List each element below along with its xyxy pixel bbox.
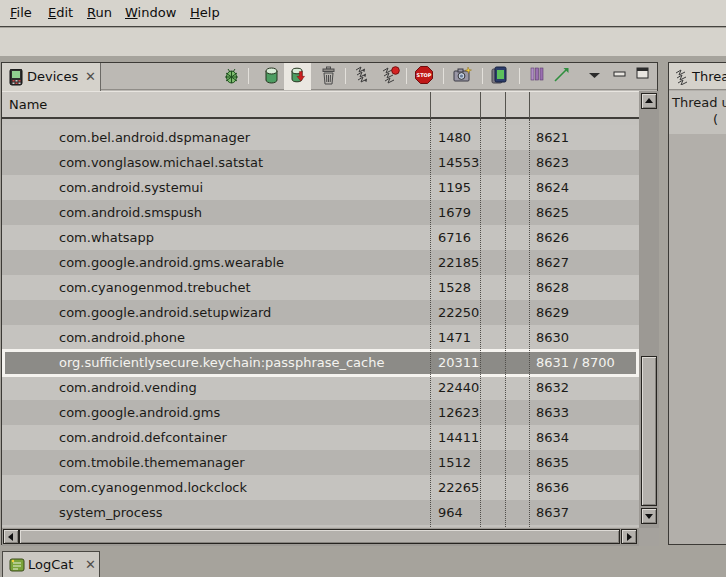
table-row[interactable]: com.android.phone14718630 — [2, 325, 639, 350]
frame-capture-icon[interactable] — [491, 66, 511, 86]
threads-tab-label: Threads — [692, 63, 726, 90]
process-pid: 22250 — [438, 300, 479, 325]
process-name: com.cyanogenmod.trebuchet — [59, 275, 251, 300]
threads-message-area: Thread up ( — [669, 91, 726, 134]
table-row[interactable]: com.google.android.setupwizard222508629 — [2, 300, 639, 325]
process-port: 8635 — [536, 450, 569, 475]
process-name: org.sufficientlysecure.keychain:passphra… — [59, 352, 384, 374]
column-gridline — [480, 119, 481, 527]
table-row[interactable]: com.cyanogenmod.lockclock222658636 — [2, 475, 639, 500]
device-phone-icon — [9, 69, 23, 86]
toolbar-separator — [345, 68, 346, 84]
process-port: 8631 / 8700 — [536, 352, 615, 374]
process-name: com.cyanogenmod.lockclock — [59, 475, 247, 500]
table-row[interactable]: com.android.systemui11958624 — [2, 175, 639, 200]
process-name: system_process — [59, 500, 162, 525]
stop-process-icon[interactable]: STOP — [415, 66, 435, 86]
threads-message-line1: Thread up — [672, 95, 726, 110]
column-divider[interactable] — [480, 92, 481, 118]
process-port: 8629 — [536, 300, 569, 325]
update-threads-icon[interactable] — [354, 66, 374, 86]
process-name: com.google.android.setupwizard — [59, 300, 271, 325]
logcat-icon — [9, 557, 26, 573]
menu-run[interactable]: Run — [87, 0, 112, 26]
method-profiling-icon[interactable] — [553, 66, 573, 86]
table-row[interactable]: com.vonglasow.michael.satstat145538623 — [2, 150, 639, 175]
refresh-threads-icon[interactable] — [381, 66, 401, 86]
column-header-name[interactable]: Name — [9, 92, 47, 118]
maximize-icon[interactable] — [636, 67, 656, 87]
horizontal-scrollbar[interactable] — [2, 528, 639, 546]
main-toolbar — [0, 28, 726, 56]
scroll-down-button[interactable] — [641, 508, 657, 524]
table-row[interactable]: com.tmobile.thememanager15128635 — [2, 450, 639, 475]
process-name: com.bel.android.dspmanager — [59, 125, 250, 150]
column-divider[interactable] — [529, 92, 530, 118]
process-pid: 22265 — [438, 475, 479, 500]
tab-devices[interactable]: Devices ✕ — [2, 63, 101, 91]
menu-window[interactable]: Window — [125, 0, 176, 26]
view-menu-icon[interactable] — [588, 72, 608, 92]
table-header[interactable]: Name — [2, 91, 639, 119]
table-row[interactable]: com.android.vending224408632 — [2, 375, 639, 400]
menu-file[interactable]: File — [10, 0, 32, 26]
devices-tab-label: Devices — [27, 63, 78, 90]
process-pid: 6716 — [438, 225, 471, 250]
table-row[interactable]: com.cyanogenmod.trebuchet15288628 — [2, 275, 639, 300]
process-name: com.whatsapp — [59, 225, 154, 250]
dump-hprof-icon[interactable] — [289, 66, 309, 86]
column-divider[interactable] — [505, 92, 506, 118]
table-row-selected[interactable]: org.sufficientlysecure.keychain:passphra… — [2, 349, 639, 377]
menu-help[interactable]: Help — [190, 0, 220, 26]
cause-gc-icon[interactable] — [320, 66, 340, 86]
process-pid: 20311 — [438, 352, 479, 374]
process-pid: 964 — [438, 500, 463, 525]
scroll-right-button[interactable] — [621, 529, 637, 544]
process-pid: 12623 — [438, 400, 479, 425]
table-row[interactable]: com.google.android.gms126238633 — [2, 400, 639, 425]
table-row[interactable]: com.whatsapp67168626 — [2, 225, 639, 250]
process-pid: 22185 — [438, 250, 479, 275]
minimize-icon[interactable] — [613, 68, 633, 88]
toolbar-separator — [248, 68, 249, 84]
close-icon[interactable]: ✕ — [83, 558, 98, 572]
column-gridline — [505, 119, 506, 527]
process-port: 8625 — [536, 200, 569, 225]
process-pid: 1512 — [438, 450, 471, 475]
table-row[interactable]: system_process9648637 — [2, 500, 639, 525]
scroll-up-button[interactable] — [641, 93, 657, 109]
allocation-tracker-icon[interactable] — [530, 66, 550, 86]
vertical-scrollbar[interactable] — [639, 91, 659, 528]
menu-edit[interactable]: Edit — [48, 0, 73, 26]
threads-tab-row: Threads — [669, 63, 726, 90]
debug-attach-icon[interactable] — [222, 66, 242, 86]
update-heap-icon[interactable] — [263, 66, 283, 86]
column-gridline — [529, 119, 530, 527]
process-name: com.android.phone — [59, 325, 185, 350]
process-name: com.android.vending — [59, 375, 197, 400]
device-table-body: com.bel.android.dspmanager14808621com.vo… — [2, 119, 639, 527]
process-port: 8627 — [536, 250, 569, 275]
process-name: com.vonglasow.michael.satstat — [59, 150, 263, 175]
screen-capture-icon[interactable] — [453, 66, 473, 86]
scroll-left-button[interactable] — [3, 529, 19, 544]
close-icon[interactable]: ✕ — [83, 70, 98, 84]
process-name: com.google.android.gms.wearable — [59, 250, 284, 275]
devices-panel: Devices ✕ — [1, 62, 658, 545]
process-port: 8630 — [536, 325, 569, 350]
svg-text:STOP: STOP — [417, 72, 432, 78]
table-row[interactable]: com.android.defcontainer144118634 — [2, 425, 639, 450]
process-name: com.tmobile.thememanager — [59, 450, 245, 475]
toolbar-separator — [519, 68, 520, 84]
table-row[interactable]: com.google.android.gms.wearable221858627 — [2, 250, 639, 275]
vertical-scroll-thumb[interactable] — [641, 356, 657, 506]
process-name: com.google.android.gms — [59, 400, 220, 425]
process-port: 8632 — [536, 375, 569, 400]
devices-tab-row: Devices ✕ — [2, 63, 657, 90]
tab-logcat[interactable]: LogCat ✕ — [2, 551, 100, 577]
horizontal-scroll-thumb[interactable] — [19, 529, 620, 544]
table-row[interactable]: com.android.smspush16798625 — [2, 200, 639, 225]
process-port: 8623 — [536, 150, 569, 175]
column-divider[interactable] — [430, 92, 431, 118]
table-row[interactable]: com.bel.android.dspmanager14808621 — [2, 125, 639, 150]
